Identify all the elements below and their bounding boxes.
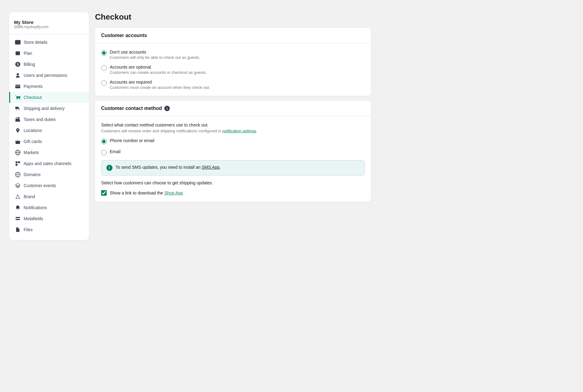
sidebar-item-markets[interactable]: Markets <box>9 147 89 158</box>
sidebar-item-notifications[interactable]: Notifications <box>9 202 89 213</box>
sidebar-item-label: Plan <box>24 51 32 56</box>
sms-info-text: To send SMS updates, you need to install… <box>116 165 221 170</box>
svg-rect-9 <box>16 161 17 163</box>
sidebar-item-apps-sales-channels[interactable]: Apps and sales channels <box>9 158 89 169</box>
locations-icon <box>15 128 21 133</box>
email-only-option: Email <box>101 149 365 155</box>
sidebar-item-brand[interactable]: Brand <box>9 191 89 202</box>
events-icon <box>15 183 21 188</box>
shipping-updates-desc: Select how customers can choose to get s… <box>101 180 365 185</box>
shop-app-checkbox-row: Show a link to download the Shop App <box>101 190 365 196</box>
no-accounts-radio[interactable] <box>101 50 107 56</box>
svg-rect-13 <box>16 217 20 218</box>
store-icon <box>15 40 21 45</box>
customer-contact-method-body: Select what contact method customers use… <box>95 116 371 202</box>
optional-accounts-text: Accounts are optional Customers can crea… <box>110 65 207 75</box>
plan-icon <box>15 51 21 56</box>
sidebar-item-domains[interactable]: Domains <box>9 169 89 180</box>
sidebar-item-label: Notifications <box>24 205 47 210</box>
sidebar-item-label: Users and permissions <box>24 73 67 78</box>
store-name: My Store <box>14 20 84 25</box>
sidebar-item-files[interactable]: Files <box>9 224 89 235</box>
sms-app-link[interactable]: SMS App <box>202 165 219 170</box>
sidebar-item-shipping-delivery[interactable]: Shipping and delivery <box>9 103 89 114</box>
sidebar-item-label: Store details <box>24 40 48 45</box>
sidebar-item-plan[interactable]: Plan <box>9 48 89 59</box>
svg-rect-14 <box>16 219 20 220</box>
shop-app-checkbox[interactable] <box>101 190 107 196</box>
sidebar-item-label: Taxes and duties <box>24 117 56 122</box>
sidebar-item-metafields[interactable]: Metafields <box>9 213 89 224</box>
sms-info-box: i To send SMS updates, you need to insta… <box>101 160 365 175</box>
store-url: f28ffe.myshopify.com <box>14 25 84 29</box>
phone-email-option: Phone number or email <box>101 138 365 144</box>
svg-rect-3 <box>15 85 20 89</box>
phone-email-radio[interactable] <box>101 139 107 144</box>
sidebar-item-label: Locations <box>24 128 42 133</box>
notifications-icon <box>15 205 21 210</box>
sidebar-item-label: Shipping and delivery <box>24 106 65 111</box>
customer-contact-method-heading: Customer contact method i <box>95 101 371 116</box>
no-accounts-option: Don't use accounts Customers will only b… <box>101 50 365 60</box>
sidebar-item-billing[interactable]: $ Billing <box>9 59 89 70</box>
sidebar-item-customer-events[interactable]: Customer events <box>9 180 89 191</box>
sidebar-item-locations[interactable]: Locations <box>9 125 89 136</box>
sidebar-item-label: Apps and sales channels <box>24 161 71 166</box>
required-accounts-option: Accounts are required Customers must cre… <box>101 80 365 90</box>
domains-icon <box>15 172 21 177</box>
sidebar-item-store-details[interactable]: Store details <box>9 37 89 48</box>
customer-contact-method-card: Customer contact method i Select what co… <box>95 101 371 202</box>
svg-rect-11 <box>16 164 17 166</box>
sidebar-item-checkout[interactable]: Checkout <box>9 92 89 103</box>
sidebar-item-label: Domains <box>24 172 40 177</box>
payments-icon <box>15 84 21 89</box>
sidebar-item-taxes-duties[interactable]: Taxes and duties <box>9 114 89 125</box>
customer-accounts-card: Customer accounts Don't use accounts Cus… <box>95 28 371 96</box>
metafields-icon <box>15 216 21 221</box>
sidebar: My Store f28ffe.myshopify.com Store deta… <box>9 12 89 240</box>
optional-accounts-option: Accounts are optional Customers can crea… <box>101 65 365 75</box>
svg-rect-10 <box>18 161 20 163</box>
svg-rect-4 <box>15 85 20 86</box>
contact-method-desc: Select what contact method customers use… <box>101 123 365 127</box>
svg-rect-0 <box>16 51 20 55</box>
checkout-icon <box>15 95 21 100</box>
shop-app-link[interactable]: Shop App <box>164 190 183 195</box>
notification-settings-link[interactable]: notification settings <box>222 129 256 133</box>
sidebar-item-label: Billing <box>24 62 35 67</box>
required-accounts-radio[interactable] <box>101 80 107 86</box>
sidebar-item-label: Files <box>24 227 33 232</box>
sidebar-item-label: Markets <box>24 150 39 155</box>
users-icon <box>15 73 21 78</box>
brand-icon <box>15 194 21 199</box>
info-box-icon: i <box>106 165 112 171</box>
billing-icon: $ <box>15 62 21 67</box>
contact-method-subdesc: Customers will receive order and shippin… <box>101 129 365 133</box>
page-title: Checkout <box>95 12 371 22</box>
optional-accounts-radio[interactable] <box>101 65 107 71</box>
required-accounts-text: Accounts are required Customers must cre… <box>110 80 210 90</box>
main-content: Checkout Customer accounts Don't use acc… <box>95 12 371 380</box>
sidebar-item-label: Gift cards <box>24 139 42 144</box>
customer-accounts-heading: Customer accounts <box>95 28 371 43</box>
sidebar-item-label: Metafields <box>24 216 43 221</box>
files-icon <box>15 227 21 232</box>
sidebar-item-gift-cards[interactable]: Gift cards <box>9 136 89 147</box>
email-only-radio[interactable] <box>101 150 107 155</box>
sidebar-item-label: Checkout <box>24 95 42 100</box>
sidebar-item-label: Customer events <box>24 183 56 188</box>
no-accounts-text: Don't use accounts Customers will only b… <box>110 50 200 60</box>
shop-app-label: Show a link to download the Shop App <box>110 190 183 195</box>
sidebar-item-users-permissions[interactable]: Users and permissions <box>9 70 89 81</box>
gift-icon <box>15 139 21 144</box>
customer-accounts-body: Don't use accounts Customers will only b… <box>95 43 371 96</box>
markets-icon <box>15 150 21 155</box>
sidebar-item-label: Brand <box>24 194 35 199</box>
sidebar-item-label: Payments <box>24 84 43 89</box>
svg-text:$: $ <box>17 62 19 66</box>
taxes-icon <box>15 117 21 122</box>
sidebar-item-payments[interactable]: Payments <box>9 81 89 92</box>
store-info: My Store f28ffe.myshopify.com <box>9 17 89 34</box>
apps-icon <box>15 161 21 166</box>
info-tooltip-icon[interactable]: i <box>164 106 170 111</box>
